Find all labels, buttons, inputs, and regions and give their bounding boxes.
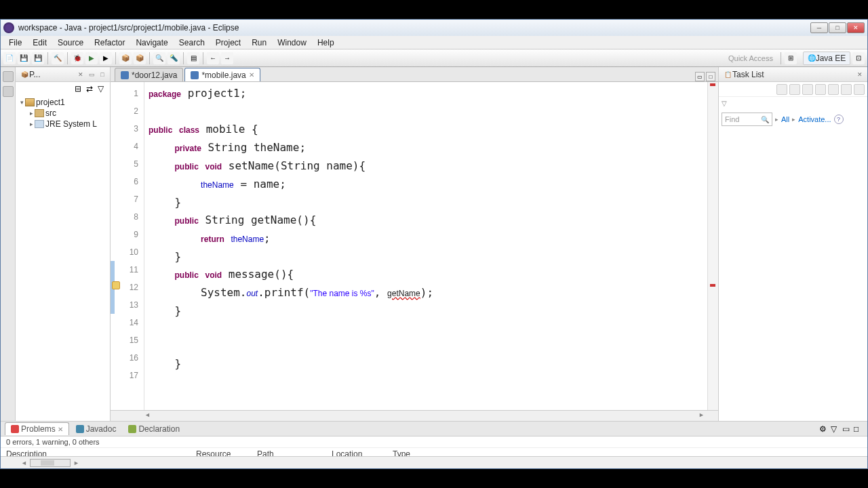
prev-icon[interactable]: ▸	[775, 116, 778, 123]
debug-button[interactable]: 🐞	[71, 52, 83, 64]
menu-refactor[interactable]: Refactor	[89, 37, 130, 49]
quick-access[interactable]: Quick Access	[728, 54, 777, 62]
back-button[interactable]: ←	[207, 52, 219, 64]
menu-edit[interactable]: Edit	[27, 37, 52, 49]
menu-bar: File Edit Source Refactor Navigate Searc…	[1, 36, 867, 49]
task-hide-icon[interactable]	[828, 84, 839, 95]
menu-window[interactable]: Window	[272, 37, 312, 49]
new-server-button[interactable]: 📦	[119, 52, 132, 64]
minimize-button[interactable]: ─	[810, 22, 828, 33]
eclipse-icon	[3, 22, 14, 33]
build-button[interactable]: 🔨	[52, 52, 64, 64]
task-dropdown-icon[interactable]: ▽	[719, 97, 867, 110]
tab-javadoc[interactable]: Javadoc	[71, 423, 122, 435]
search-button[interactable]: 🔦	[167, 52, 180, 64]
view-minimize-icon[interactable]: ▭	[87, 70, 96, 79]
new-button[interactable]: 📄	[3, 52, 16, 64]
left-trim-bar	[1, 67, 16, 421]
run-last-button[interactable]: ▶	[100, 52, 112, 64]
task-categorize-icon[interactable]	[789, 84, 800, 95]
task-list-view: 📋 Task List ✕ ▽ Find ▸ All ▸ Activate...	[718, 67, 867, 421]
open-perspective-button[interactable]: ⊞	[785, 52, 797, 64]
editor-maximize-icon[interactable]: □	[706, 72, 715, 81]
task-schedule-icon[interactable]	[802, 84, 813, 95]
status-scrollbar[interactable]	[30, 459, 71, 467]
tree-jre[interactable]: ▸JRE System L	[18, 119, 107, 129]
minimized-view-icon[interactable]	[3, 86, 14, 97]
open-type-button[interactable]: 🔍	[153, 52, 165, 64]
save-all-button[interactable]: 💾	[32, 52, 44, 64]
package-explorer-title: P...	[29, 70, 75, 79]
menu-navigate[interactable]: Navigate	[130, 37, 173, 49]
title-bar: workspace - Java - project1/src/project1…	[1, 20, 867, 36]
task-new-icon[interactable]	[776, 84, 787, 95]
view-menu-icon[interactable]: ▽	[98, 84, 107, 94]
find-input[interactable]: Find	[722, 113, 772, 126]
tab-door12[interactable]: *door12.java	[115, 68, 183, 81]
collapse-all-icon[interactable]: ⊟	[75, 84, 84, 94]
problems-menu-icon[interactable]: ▽	[831, 424, 840, 434]
tab-declaration[interactable]: Declaration	[123, 423, 185, 435]
package-explorer-view: 📦 P... ✕ ▭ □ ⊟ ⇄ ▽ ▾project1 ▸src ▸JRE S…	[16, 67, 111, 421]
menu-run[interactable]: Run	[246, 37, 272, 49]
tab-mobile[interactable]: *mobile.java✕	[184, 68, 260, 81]
tree-project[interactable]: ▾project1	[18, 97, 107, 108]
maximize-button[interactable]: □	[829, 22, 846, 33]
editor-area: *door12.java *mobile.java✕ ▭ □ 123456789…	[111, 67, 718, 421]
window-title: workspace - Java - project1/src/project1…	[18, 23, 810, 33]
help-icon[interactable]: ?	[834, 115, 844, 124]
status-bar: ◄ ►	[1, 456, 867, 468]
perspective-switcher[interactable]: ⊡	[852, 52, 865, 64]
menu-search[interactable]: Search	[174, 37, 210, 49]
perspective-java-ee[interactable]: 🌐 Java EE	[803, 52, 850, 65]
forward-button[interactable]: →	[221, 52, 233, 64]
menu-help[interactable]: Help	[312, 37, 340, 49]
task-collapse-icon[interactable]	[841, 84, 852, 95]
editor-minimize-icon[interactable]: ▭	[695, 72, 705, 81]
tree-src[interactable]: ▸src	[18, 108, 107, 119]
main-toolbar: 📄 💾 💾 🔨 🐞 ▶ ▶ 📦 📦 🔍 🔦 ▤ ← → Quick Access…	[1, 49, 867, 67]
view-close-icon[interactable]: ✕	[76, 70, 85, 79]
task-menu-icon[interactable]	[854, 84, 865, 95]
menu-project[interactable]: Project	[210, 37, 246, 49]
tab-problems[interactable]: Problems✕	[5, 422, 69, 435]
horizontal-scrollbar[interactable]	[111, 410, 718, 421]
menu-source[interactable]: Source	[52, 37, 89, 49]
run-button[interactable]: ▶	[85, 52, 98, 64]
next-icon[interactable]: ▸	[792, 116, 795, 123]
problems-filter-icon[interactable]: ⚙	[819, 424, 829, 434]
menu-file[interactable]: File	[3, 37, 27, 49]
task-view-close-icon[interactable]: ✕	[855, 70, 865, 79]
save-button[interactable]: 💾	[18, 52, 30, 64]
package-icon: 📦	[20, 70, 29, 79]
problems-maximize-icon[interactable]: □	[854, 424, 863, 434]
tab-close-icon[interactable]: ✕	[249, 71, 254, 79]
task-focus-icon[interactable]	[815, 84, 826, 95]
task-list-icon: 📋	[723, 70, 732, 79]
new-package-button[interactable]: 📦	[134, 52, 146, 64]
code-editor[interactable]: package project1; public class mobile { …	[144, 82, 707, 410]
find-activate-link[interactable]: Activate...	[798, 115, 831, 123]
overview-ruler[interactable]	[707, 82, 718, 410]
task-list-title: Task List	[732, 70, 854, 79]
error-marker-icon[interactable]	[710, 284, 715, 287]
problems-minimize-icon[interactable]: ▭	[842, 424, 852, 434]
toggle-breadcrumb-button[interactable]: ▤	[187, 52, 199, 64]
view-maximize-icon[interactable]: □	[98, 70, 107, 79]
warning-marker-icon[interactable]	[112, 281, 120, 289]
line-number-gutter[interactable]: 1234567891011121314151617	[111, 82, 144, 410]
problems-close-icon[interactable]: ✕	[58, 426, 63, 433]
restore-view-icon[interactable]	[3, 71, 14, 82]
close-button[interactable]: ✕	[847, 22, 865, 33]
error-overview-icon[interactable]	[710, 83, 715, 86]
find-all-link[interactable]: All	[781, 115, 789, 123]
problems-status: 0 errors, 1 warning, 0 others	[1, 436, 867, 447]
link-editor-icon[interactable]: ⇄	[86, 84, 96, 94]
